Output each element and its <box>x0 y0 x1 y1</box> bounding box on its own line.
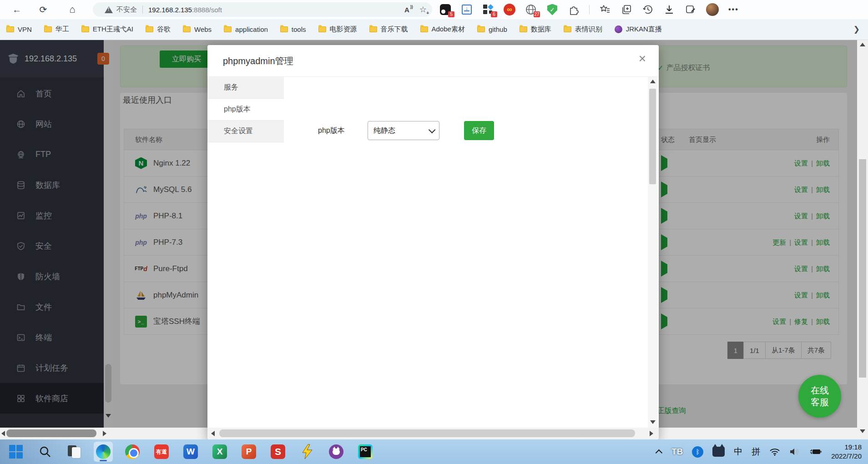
chevron-down-icon <box>429 126 436 133</box>
scrollbar-thumb[interactable] <box>219 429 635 437</box>
extensions-puzzle-icon[interactable] <box>568 4 580 15</box>
php-version-select[interactable]: 纯静态 <box>368 121 439 140</box>
folder-icon <box>224 26 232 32</box>
browser-chrome: ← ⟳ ⌂ 不安全 192.168.2.135:8888/soft A)) ☆+… <box>0 0 868 40</box>
scroll-left-arrow[interactable] <box>211 431 215 436</box>
bookmark-google[interactable]: 谷歌 <box>146 25 171 34</box>
phpmyadmin-modal: phpmyadmin管理 × 服务 php版本 安全设置 php版本 纯静态 保… <box>207 45 659 439</box>
extension-app-icon[interactable]: 5 <box>439 4 451 15</box>
task-view-button[interactable] <box>65 442 84 462</box>
scroll-down-arrow[interactable] <box>650 420 656 424</box>
page-scrollbar-vertical[interactable] <box>857 40 868 439</box>
scroll-down-arrow[interactable] <box>860 429 865 433</box>
scrollbar-thumb[interactable] <box>649 89 656 184</box>
youdao-taskbar-button[interactable]: 有道 <box>152 442 171 462</box>
bookmark-emotion[interactable]: 表情识别 <box>564 25 602 34</box>
folder-icon <box>81 26 89 32</box>
tray-expand-icon[interactable] <box>656 449 663 456</box>
bookmark-eth-ai[interactable]: ETH王彧弋AI <box>81 25 133 34</box>
tray-tb-icon[interactable]: TB <box>671 447 683 457</box>
bookmark-github[interactable]: github <box>477 25 507 33</box>
security-label[interactable]: 不安全 <box>116 5 137 14</box>
favorites-icon[interactable] <box>599 4 611 15</box>
scroll-right-arrow[interactable] <box>103 431 106 436</box>
url-host[interactable]: 192.168.2.135 <box>148 6 192 14</box>
word-taskbar-button[interactable]: W <box>181 442 200 462</box>
snipaste-taskbar-button[interactable]: S <box>268 442 288 462</box>
collections-icon[interactable] <box>621 4 632 15</box>
reload-icon[interactable]: ⟳ <box>36 3 50 16</box>
extension-globe-icon[interactable]: 27 <box>525 4 537 15</box>
tab-php-version[interactable]: php版本 <box>207 99 284 121</box>
taskbar-clock[interactable]: 19:18 2022/7/20 <box>831 443 862 461</box>
save-button[interactable]: 保存 <box>464 121 494 140</box>
tab-service[interactable]: 服务 <box>207 77 284 99</box>
bookmarks-overflow-icon[interactable]: ❯ <box>853 25 860 34</box>
bookmarks-bar: VPN 华工 ETH王彧弋AI 谷歌 Webs application tool… <box>0 19 868 40</box>
modal-scrollbar-vertical[interactable] <box>648 77 658 428</box>
bookmark-application[interactable]: application <box>224 25 268 33</box>
read-aloud-icon[interactable]: A)) <box>404 6 409 14</box>
bookmark-jrkan[interactable]: JRKAN直播 <box>615 25 662 34</box>
web-capture-icon[interactable] <box>685 4 696 15</box>
battery-icon[interactable] <box>809 448 822 456</box>
excel-taskbar-button[interactable]: X <box>210 442 229 462</box>
profile-avatar[interactable] <box>706 3 719 16</box>
online-support-button[interactable]: 在线客服 <box>798 375 841 418</box>
snipaste-icon: S <box>271 444 285 459</box>
back-icon[interactable]: ← <box>10 3 24 16</box>
tray-cat-app-icon[interactable] <box>712 447 725 457</box>
downloads-icon[interactable] <box>663 4 675 15</box>
bookmark-adobe[interactable]: Adobe素材 <box>420 25 465 34</box>
scroll-left-arrow[interactable] <box>1 431 5 436</box>
chrome-taskbar-button[interactable] <box>123 442 142 462</box>
scrollbar-thumb[interactable] <box>6 429 96 437</box>
screen: ← ⟳ ⌂ 不安全 192.168.2.135:8888/soft A)) ☆+… <box>0 0 868 464</box>
start-button[interactable] <box>6 442 25 462</box>
search-icon <box>39 445 51 458</box>
modal-scrollbar-horizontal[interactable] <box>207 428 659 439</box>
pycharm-taskbar-button[interactable]: PC <box>356 442 375 462</box>
bookmark-movies[interactable]: 电影资源 <box>318 25 357 34</box>
history-icon[interactable] <box>642 4 654 15</box>
address-bar[interactable]: 不安全 192.168.2.135:8888/soft A)) ☆+ <box>93 2 432 17</box>
tab-security-settings[interactable]: 安全设置 <box>207 121 284 142</box>
extension-shield-icon[interactable]: ✓ <box>546 4 558 15</box>
extension-grid-icon[interactable]: 6 <box>482 4 494 15</box>
folder-icon <box>477 26 485 32</box>
not-secure-warning-icon <box>105 6 113 13</box>
ime-pinyin-indicator[interactable]: 拼 <box>752 446 760 458</box>
bookmark-tools[interactable]: tools <box>280 25 306 33</box>
powerpoint-taskbar-button[interactable]: P <box>239 442 258 462</box>
edge-taskbar-button[interactable] <box>94 442 113 462</box>
scrollbar-thumb[interactable] <box>859 159 866 378</box>
browser-menu-icon[interactable]: ••• <box>728 5 739 14</box>
page-viewport: 立即购买 ✓产品授权证书 最近使用入口 软件名称 置 状态 首页显示 操作 NN… <box>0 40 868 439</box>
modal-header: phpmyadmin管理 × <box>207 45 659 77</box>
bookmark-webs[interactable]: Webs <box>183 25 212 33</box>
scroll-up-arrow[interactable] <box>650 80 656 83</box>
scroll-up-arrow[interactable] <box>860 43 865 46</box>
bluetooth-icon[interactable]: ᛒ <box>692 446 703 458</box>
ime-language-indicator[interactable]: 中 <box>734 446 742 458</box>
bookmark-huagong[interactable]: 华工 <box>44 25 69 34</box>
extension-download-icon[interactable]: ↓ <box>461 4 473 15</box>
bookmark-music[interactable]: 音乐下载 <box>369 25 408 34</box>
scroll-right-arrow[interactable] <box>650 431 653 436</box>
modal-title: phpmyadmin管理 <box>223 55 293 67</box>
github-desktop-button[interactable] <box>327 442 346 462</box>
wifi-icon[interactable] <box>769 448 780 456</box>
home-icon[interactable]: ⌂ <box>66 3 79 16</box>
time: 19:18 <box>844 443 862 451</box>
folder-icon <box>44 26 52 32</box>
sidebar-horizontal-scrollbar[interactable] <box>0 428 113 439</box>
bookmark-vpn[interactable]: VPN <box>6 25 32 33</box>
close-icon[interactable]: × <box>639 52 646 65</box>
volume-icon[interactable] <box>789 448 800 456</box>
search-button[interactable] <box>35 442 55 462</box>
add-favorite-icon[interactable]: ☆+ <box>419 5 427 15</box>
extensions-area: 5 ↓ 6 ∞ 27 ✓ <box>439 0 739 19</box>
lightning-app-button[interactable] <box>298 442 317 462</box>
extension-infinity-icon[interactable]: ∞ <box>504 4 515 15</box>
bookmark-database[interactable]: 数据库 <box>520 25 551 34</box>
